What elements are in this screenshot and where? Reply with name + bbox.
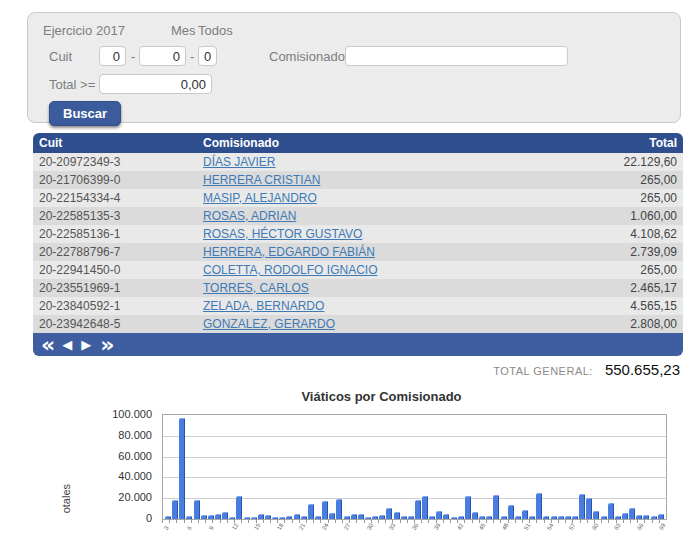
chart-bar [179,418,185,519]
total-cell: 1.060,00 [573,209,683,223]
comisionado-link[interactable]: HERRERA CRISTIAN [203,173,320,187]
cuit-separator: - [131,49,135,64]
ejercicio-label: Ejercicio [43,23,92,38]
x-tick-label: 42 [455,523,463,531]
y-tick-label: 0 [146,512,152,524]
x-tick-label: 21 [298,523,306,531]
x-tick-label: 30 [365,523,373,531]
chart-title: Viáticos por Comisionado [130,389,633,404]
y-tick-label: 40.000 [118,470,152,482]
x-tick-label: 15 [253,523,261,531]
table-header: Cuit Comisionado Total [33,133,683,153]
total-cell: 22.129,60 [573,155,683,169]
cuit-cell: 20-23551969-1 [33,281,203,295]
column-header-total: Total [573,136,683,150]
chart-bar [593,511,599,519]
chart-bar [394,512,400,519]
x-tick-label: 45 [478,523,486,531]
cuit-cell: 20-22585136-1 [33,227,203,241]
x-tick-label: 63 [613,523,621,531]
cuit-cell: 20-23840592-1 [33,299,203,313]
x-tick-label: 9 [208,523,216,531]
chart-bar [172,500,178,519]
comisionado-link[interactable]: HERRERA, EDGARDO FABIÁN [203,245,375,259]
cuit-cell: 20-22788796-7 [33,245,203,259]
y-tick-label: 20.000 [118,491,152,503]
table-row: 20-22788796-7HERRERA, EDGARDO FABIÁN2.73… [33,243,683,261]
y-tick-label: 100.000 [112,408,152,420]
chart-bar [336,499,342,519]
viaticos-chart: Viáticos por Comisionado otales 100.0008… [0,386,688,535]
table-row: 20-23551969-1TORRES, CARLOS2.465,17 [33,279,683,297]
column-header-comisionado: Comisionado [203,136,573,150]
chart-bar [536,493,542,519]
mes-value: Todos [198,23,233,38]
comisionado-link[interactable]: DÍAS JAVIER [203,155,275,169]
total-general: TOTAL GENERAL: 550.655,23 [493,361,680,378]
comisionado-link[interactable]: TORRES, CARLOS [203,281,309,295]
chart-bar [222,512,228,519]
comisionado-input[interactable] [345,46,568,66]
table-row: 20-23840592-1ZELADA, BERNARDO4.565,15 [33,297,683,315]
x-tick-label: 27 [343,523,351,531]
chart-x-tick-labels: 3691215182124273033363942454851545760636… [164,524,665,530]
x-tick-label: 51 [523,523,531,531]
pagination-first-button[interactable]: « [41,333,53,356]
chart-bar [465,496,471,519]
y-tick-label: 60.000 [118,450,152,462]
table-row: 20-21706399-0HERRERA CRISTIAN265,00 [33,171,683,189]
chart-y-tick-labels: 100.00080.00060.00040.00020.0000 [95,414,157,518]
x-tick-label: 69 [658,523,666,531]
cuit-label: Cuit [49,49,72,64]
chart-y-axis-label: otales [60,484,72,513]
table-body: 20-20972349-3DÍAS JAVIER22.129,6020-2170… [33,153,683,333]
cuit-cell: 20-20972349-3 [33,155,203,169]
total-filter-input[interactable] [99,74,212,94]
cuit-cell: 20-22154334-4 [33,191,203,205]
comisionado-link[interactable]: ROSAS, ADRIAN [203,209,296,223]
cuit-cell: 20-23942648-5 [33,317,203,331]
x-tick-label: 57 [568,523,576,531]
total-cell: 4.108,62 [573,227,683,241]
chart-bar [586,498,592,519]
chart-bar [236,496,242,519]
cuit-part1-input[interactable] [99,46,126,66]
buscar-button[interactable]: Buscar [49,101,121,126]
comisionado-link[interactable]: ROSAS, HÉCTOR GUSTAVO [203,227,362,241]
cuit-separator: - [190,49,194,64]
x-tick-label: 3 [163,523,171,531]
x-tick-label: 12 [230,523,238,531]
total-general-label: TOTAL GENERAL: [493,365,593,377]
column-header-cuit: Cuit [33,136,203,150]
pagination-last-button[interactable]: » [100,333,112,356]
chart-plot-area [162,414,667,520]
chart-bar [522,510,528,519]
mes-label: Mes [171,23,196,38]
x-tick-label: 60 [590,523,598,531]
table-row: 20-22154334-4MASIP, ALEJANDRO265,00 [33,189,683,207]
total-cell: 265,00 [573,191,683,205]
table-row: 20-22585136-1ROSAS, HÉCTOR GUSTAVO4.108,… [33,225,683,243]
table-row: 20-23942648-5GONZALEZ, GERARDO2.808,00 [33,315,683,333]
comisionado-link[interactable]: ZELADA, BERNARDO [203,299,324,313]
chart-bar [386,508,392,519]
comisionado-link[interactable]: COLETTA, RODOLFO IGNACIO [203,263,377,277]
total-general-value: 550.655,23 [605,361,680,378]
total-cell: 265,00 [573,263,683,277]
cuit-cell: 20-21706399-0 [33,173,203,187]
cuit-part2-input[interactable] [139,46,186,66]
x-tick-label: 66 [635,523,643,531]
total-cell: 2.808,00 [573,317,683,331]
comisionado-link[interactable]: MASIP, ALEJANDRO [203,191,317,205]
comisionado-link[interactable]: GONZALEZ, GERARDO [203,317,335,331]
pagination-prev-button[interactable]: ◀ [62,333,72,356]
chart-bar [629,508,635,519]
pagination-next-button[interactable]: ▶ [81,333,91,356]
filter-panel: Ejercicio 2017 Mes Todos Cuit - - Comisi… [27,12,681,123]
x-tick-label: 39 [433,523,441,531]
x-tick-label: 24 [320,523,328,531]
x-tick-label: 33 [388,523,396,531]
chart-bar [322,501,328,519]
x-tick-label: 36 [410,523,418,531]
cuit-part3-input[interactable] [198,46,217,66]
